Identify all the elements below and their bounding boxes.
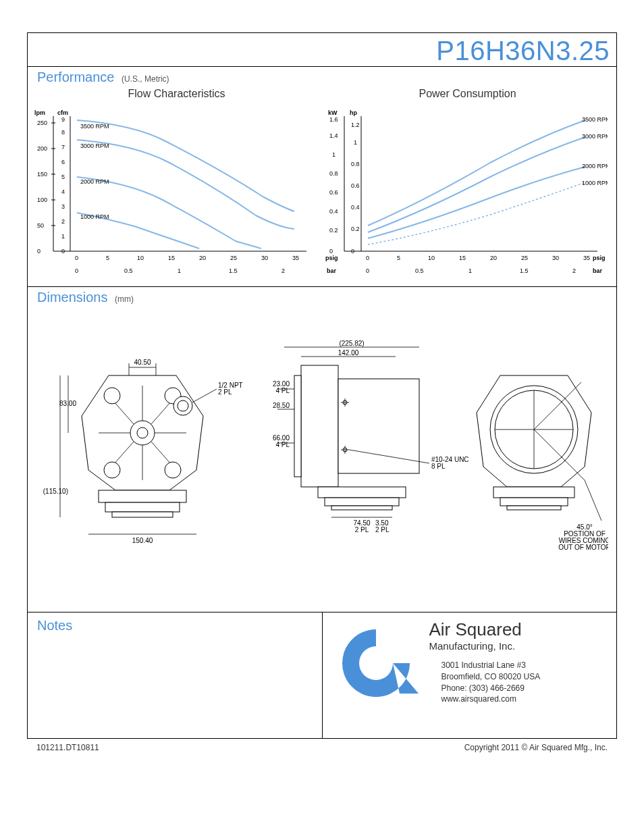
svg-text:15: 15 — [459, 255, 466, 261]
svg-text:1: 1 — [332, 151, 336, 158]
svg-line-113 — [192, 389, 217, 402]
power-chart: Power Consumption kW 0 0.2 0.4 0.6 0.8 1… — [324, 88, 611, 281]
svg-text:5: 5 — [106, 255, 109, 261]
flow-chart-svg: lpm 0 50 100 150 200 250 cfm 0 1 2 — [33, 103, 317, 278]
svg-point-99 — [178, 400, 188, 411]
svg-text:1000 RPM: 1000 RPM — [80, 213, 109, 220]
svg-text:0: 0 — [37, 248, 41, 255]
svg-text:0.6: 0.6 — [351, 182, 360, 189]
svg-text:150.40: 150.40 — [132, 537, 153, 544]
svg-text:3000 RPM: 3000 RPM — [582, 133, 608, 140]
svg-text:2000 RPM: 2000 RPM — [80, 178, 109, 185]
svg-text:20: 20 — [490, 255, 497, 261]
svg-text:1.5: 1.5 — [520, 267, 529, 274]
svg-text:bar: bar — [593, 267, 603, 274]
company-web: www.airsquared.com — [441, 694, 541, 705]
performance-heading: Performance — [37, 70, 115, 84]
svg-text:25: 25 — [521, 255, 528, 261]
svg-text:8 PL: 8 PL — [431, 463, 446, 470]
svg-text:83.00: 83.00 — [59, 400, 76, 407]
svg-text:30: 30 — [552, 255, 559, 261]
svg-text:100: 100 — [37, 197, 47, 203]
svg-point-96 — [104, 462, 120, 478]
notes-heading: Notes — [37, 618, 72, 633]
svg-rect-102 — [112, 512, 173, 517]
svg-text:9: 9 — [61, 116, 65, 123]
svg-text:2000 RPM: 2000 RPM — [582, 163, 608, 170]
svg-text:30: 30 — [261, 255, 268, 261]
svg-text:200: 200 — [37, 145, 47, 152]
flow-chart-title: Flow Characteristics — [33, 88, 320, 100]
svg-text:1.6: 1.6 — [329, 116, 338, 123]
svg-text:0: 0 — [75, 267, 78, 274]
svg-line-157 — [585, 480, 601, 521]
dimensions-subheading: (mm) — [115, 294, 134, 304]
footer-copyright: Copyright 2011 © Air Squared Mfg., Inc. — [464, 743, 608, 752]
svg-text:4: 4 — [61, 188, 65, 195]
svg-point-97 — [165, 462, 181, 478]
svg-rect-130 — [325, 498, 399, 506]
company-addr2: Broomfield, CO 80020 USA — [441, 671, 541, 683]
svg-text:250: 250 — [37, 120, 47, 126]
svg-text:0.4: 0.4 — [329, 208, 338, 215]
svg-text:15: 15 — [168, 255, 175, 261]
svg-text:5: 5 — [397, 255, 400, 261]
svg-text:hp: hp — [350, 109, 357, 116]
svg-rect-121 — [294, 375, 301, 477]
svg-text:4 PL: 4 PL — [275, 441, 290, 448]
svg-rect-101 — [105, 502, 180, 512]
power-chart-svg: kW 0 0.2 0.4 0.6 0.8 1 1.4 1.6 hp 0 0.2 … — [324, 103, 608, 278]
svg-text:3000 RPM: 3000 RPM — [80, 142, 109, 149]
svg-rect-152 — [493, 487, 574, 498]
svg-text:2: 2 — [61, 218, 65, 225]
svg-text:150: 150 — [37, 171, 47, 178]
company-block: Air Squared Manufacturing, Inc. 3001 Ind… — [323, 613, 617, 738]
company-name: Air Squared — [429, 619, 541, 640]
svg-text:0.5: 0.5 — [415, 267, 424, 274]
svg-text:50: 50 — [37, 222, 44, 229]
svg-text:0: 0 — [329, 248, 333, 255]
svg-text:0: 0 — [351, 248, 354, 255]
svg-text:cfm: cfm — [57, 109, 68, 116]
svg-rect-120 — [301, 365, 338, 487]
svg-point-85 — [137, 427, 148, 438]
svg-text:35: 35 — [292, 255, 299, 261]
svg-text:20: 20 — [199, 255, 206, 261]
dimensions-header: Dimensions (mm) — [28, 287, 616, 308]
power-chart-title: Power Consumption — [324, 88, 611, 100]
svg-text:1: 1 — [61, 233, 65, 240]
svg-rect-153 — [500, 498, 568, 506]
svg-text:2 PL: 2 PL — [375, 526, 390, 533]
svg-text:psig: psig — [593, 255, 606, 261]
svg-point-94 — [104, 388, 120, 404]
svg-text:0.2: 0.2 — [329, 227, 338, 234]
svg-text:3500 RPM: 3500 RPM — [582, 116, 608, 123]
svg-text:1000 RPM: 1000 RPM — [582, 180, 608, 186]
svg-text:0.8: 0.8 — [351, 161, 360, 167]
company-logo-icon — [332, 619, 420, 707]
svg-text:lpm: lpm — [34, 109, 45, 116]
svg-text:(225.82): (225.82) — [339, 340, 364, 347]
svg-text:kW: kW — [328, 109, 338, 116]
notes-section: Notes — [28, 613, 323, 738]
svg-text:2 PL: 2 PL — [218, 388, 232, 396]
svg-text:0: 0 — [75, 255, 78, 261]
svg-text:6: 6 — [61, 159, 65, 165]
svg-text:3500 RPM: 3500 RPM — [80, 123, 109, 130]
svg-text:OUT OF MOTOR: OUT OF MOTOR — [558, 544, 608, 551]
footer-docid: 101211.DT10811 — [36, 743, 99, 752]
svg-text:40.50: 40.50 — [134, 359, 151, 366]
svg-rect-131 — [331, 506, 392, 510]
svg-rect-154 — [507, 506, 561, 510]
svg-text:3: 3 — [61, 203, 65, 210]
company-phone: Phone: (303) 466-2669 — [441, 683, 541, 694]
svg-text:1: 1 — [468, 267, 472, 274]
dimensions-heading: Dimensions — [37, 290, 107, 305]
svg-text:2: 2 — [572, 267, 576, 274]
svg-text:(115.10): (115.10) — [43, 488, 68, 495]
svg-text:2 PL: 2 PL — [355, 526, 369, 533]
svg-text:1.2: 1.2 — [351, 122, 360, 128]
svg-rect-129 — [318, 487, 406, 498]
svg-text:1.5: 1.5 — [229, 267, 238, 274]
dimension-drawings: 40.50 83.00 (115.10) 150.40 1/2 NPT 2 PL — [28, 308, 616, 612]
